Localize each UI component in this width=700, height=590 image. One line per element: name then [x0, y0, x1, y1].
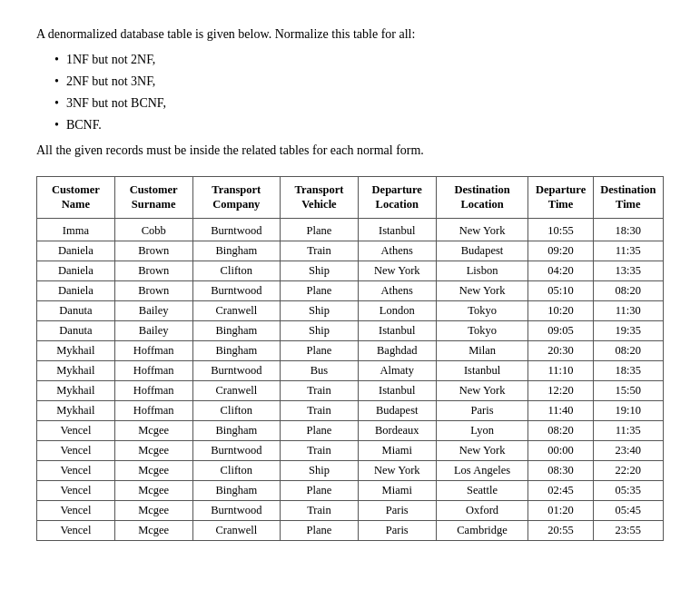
cell-r2-c3: Ship [281, 261, 359, 280]
table-row: DanielaBrownBinghamTrainAthensBudapest09… [37, 241, 664, 261]
cell-r14-c2: Burntwood [192, 500, 281, 520]
cell-r13-c0: Vencel [37, 480, 115, 500]
cell-r12-c0: Vencel [37, 460, 115, 480]
cell-r11-c2: Burntwood [192, 440, 281, 460]
cell-r1-c2: Bingham [192, 241, 281, 261]
table-row: MykhailHoffmanBinghamPlaneBaghdadMilan20… [37, 340, 664, 360]
table-row: VencelMcgeeCranwellPlaneParisCambridge20… [37, 520, 664, 540]
cell-r11-c3: Train [281, 440, 359, 460]
cell-r1-c1: Brown [114, 241, 192, 261]
table-body: ImmaCobbBurntwoodPlaneIstanbulNew York10… [37, 218, 664, 540]
cell-r4-c7: 11:30 [593, 300, 663, 320]
cell-r5-c3: Ship [281, 320, 359, 340]
cell-r7-c2: Burntwood [192, 360, 281, 380]
cell-r11-c0: Vencel [37, 440, 115, 460]
cell-r8-c2: Cranwell [192, 380, 281, 400]
cell-r14-c0: Vencel [37, 500, 115, 520]
cell-r13-c6: 02:45 [528, 480, 593, 500]
cell-r13-c4: Miami [358, 480, 436, 500]
cell-r6-c2: Bingham [192, 340, 281, 360]
cell-r14-c7: 05:45 [593, 500, 663, 520]
cell-r9-c4: Budapest [358, 400, 436, 420]
cell-r5-c6: 09:05 [528, 320, 593, 340]
table-row: VencelMcgeeBurntwoodTrainMiamiNew York00… [37, 440, 664, 460]
cell-r10-c2: Bingham [192, 420, 281, 440]
cell-r12-c4: New York [358, 460, 436, 480]
cell-r4-c4: London [358, 300, 436, 320]
cell-r6-c6: 20:30 [528, 340, 593, 360]
cell-r0-c7: 18:30 [593, 218, 663, 241]
cell-r1-c3: Train [281, 241, 359, 261]
cell-r1-c5: Budapest [436, 241, 528, 261]
cell-r10-c7: 11:35 [593, 420, 663, 440]
table-row: VencelMcgeeCliftonShipNew YorkLos Angele… [37, 460, 664, 480]
cell-r15-c2: Cranwell [192, 520, 281, 540]
table-row: VencelMcgeeBurntwoodTrainParisOxford01:2… [37, 500, 664, 520]
cell-r0-c3: Plane [281, 218, 359, 241]
cell-r5-c2: Bingham [192, 320, 281, 340]
table-row: ImmaCobbBurntwoodPlaneIstanbulNew York10… [37, 218, 664, 241]
cell-r0-c4: Istanbul [358, 218, 436, 241]
cell-r10-c5: Lyon [436, 420, 528, 440]
cell-r11-c1: Mcgee [114, 440, 192, 460]
cell-r3-c3: Plane [281, 280, 359, 300]
cell-r0-c1: Cobb [114, 218, 192, 241]
cell-r13-c3: Plane [281, 480, 359, 500]
cell-r15-c0: Vencel [37, 520, 115, 540]
cell-r9-c0: Mykhail [37, 400, 115, 420]
cell-r7-c6: 11:10 [528, 360, 593, 380]
cell-r11-c6: 00:00 [528, 440, 593, 460]
cell-r5-c5: Tokyo [436, 320, 528, 340]
table-row: DanielaBrownCliftonShipNew YorkLisbon04:… [37, 261, 664, 280]
header-destination-time: Destination Time [593, 177, 663, 219]
cell-r5-c7: 19:35 [593, 320, 663, 340]
cell-r4-c5: Tokyo [436, 300, 528, 320]
cell-r9-c5: Paris [436, 400, 528, 420]
cell-r3-c0: Daniela [37, 280, 115, 300]
intro-text: A denormalized database table is given b… [36, 27, 664, 42]
cell-r14-c6: 01:20 [528, 500, 593, 520]
cell-r3-c5: New York [436, 280, 528, 300]
cell-r3-c1: Brown [114, 280, 192, 300]
table-header-row: Customer Name Customer Surname Transport… [37, 177, 664, 219]
cell-r14-c3: Train [281, 500, 359, 520]
cell-r7-c0: Mykhail [37, 360, 115, 380]
cell-r8-c1: Hoffman [114, 380, 192, 400]
header-customer-surname: Customer Surname [114, 177, 192, 219]
normalization-table: Customer Name Customer Surname Transport… [36, 176, 664, 541]
cell-r15-c4: Paris [358, 520, 436, 540]
cell-r3-c2: Burntwood [192, 280, 281, 300]
cell-r6-c7: 08:20 [593, 340, 663, 360]
cell-r8-c0: Mykhail [37, 380, 115, 400]
cell-r9-c3: Train [281, 400, 359, 420]
cell-r6-c1: Hoffman [114, 340, 192, 360]
cell-r3-c4: Athens [358, 280, 436, 300]
bullet-item-3nf: 3NF but not BCNF, [54, 96, 664, 111]
cell-r1-c7: 11:35 [593, 241, 663, 261]
bullet-item-bcnf: BCNF. [54, 118, 664, 133]
cell-r5-c0: Danuta [37, 320, 115, 340]
cell-r11-c4: Miami [358, 440, 436, 460]
table-row: DanielaBrownBurntwoodPlaneAthensNew York… [37, 280, 664, 300]
cell-r6-c4: Baghdad [358, 340, 436, 360]
cell-r9-c2: Clifton [192, 400, 281, 420]
cell-r0-c2: Burntwood [192, 218, 281, 241]
header-customer-name: Customer Name [37, 177, 115, 219]
table-row: DanutaBaileyBinghamShipIstanbulTokyo09:0… [37, 320, 664, 340]
cell-r3-c6: 05:10 [528, 280, 593, 300]
cell-r15-c7: 23:55 [593, 520, 663, 540]
cell-r4-c1: Bailey [114, 300, 192, 320]
cell-r6-c5: Milan [436, 340, 528, 360]
cell-r13-c1: Mcgee [114, 480, 192, 500]
cell-r8-c4: Istanbul [358, 380, 436, 400]
cell-r10-c3: Plane [281, 420, 359, 440]
cell-r12-c5: Los Angeles [436, 460, 528, 480]
header-departure-time: Departure Time [528, 177, 593, 219]
cell-r13-c7: 05:35 [593, 480, 663, 500]
cell-r0-c5: New York [436, 218, 528, 241]
cell-r0-c6: 10:55 [528, 218, 593, 241]
cell-r15-c6: 20:55 [528, 520, 593, 540]
cell-r11-c7: 23:40 [593, 440, 663, 460]
cell-r7-c5: Istanbul [436, 360, 528, 380]
cell-r12-c6: 08:30 [528, 460, 593, 480]
